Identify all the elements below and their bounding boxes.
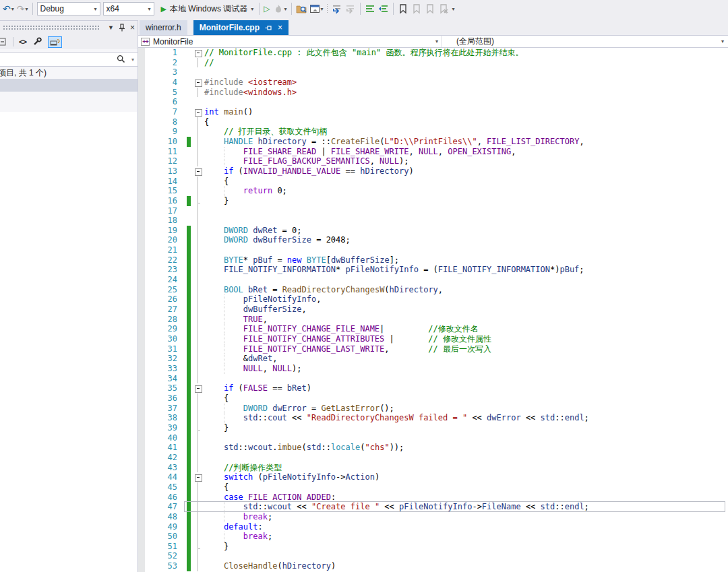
code-line[interactable]: 53 CloseHandle(hDirectory) (138, 561, 728, 571)
code-line[interactable]: 21 (138, 245, 728, 255)
code-text[interactable]: if (FALSE == bRet) (203, 383, 728, 393)
code-text[interactable]: // 打开目录、获取文件句柄 (203, 127, 728, 137)
chevron-down-icon[interactable]: ▾ (25, 6, 28, 12)
start-debugging-button[interactable]: ▶本地 Windows 调试器▾ (158, 2, 257, 15)
code-text[interactable]: } (203, 423, 728, 433)
collapse-all-button[interactable] (0, 36, 7, 47)
code-text[interactable] (203, 97, 728, 107)
window-position-button[interactable]: ▼ (108, 24, 114, 31)
breakpoint-margin[interactable] (138, 472, 145, 482)
code-text[interactable] (203, 67, 728, 77)
breakpoint-margin[interactable] (138, 156, 145, 166)
code-text[interactable]: //判断操作类型 (203, 463, 728, 473)
code-text[interactable]: case FILE_ACTION_ADDED: (203, 492, 728, 503)
code-line[interactable]: 34 (138, 374, 728, 384)
code-text[interactable]: &dwRet, (203, 354, 728, 364)
code-text[interactable]: BOOL bRet = ReadDirectoryChangesW(hDirec… (203, 285, 728, 295)
code-text[interactable]: std::cout << "ReadDirectoryChangesW fail… (203, 413, 728, 423)
redo-button[interactable]: ↷▾ (16, 2, 30, 15)
code-text[interactable]: break; (203, 512, 728, 522)
code-line[interactable]: 9 // 打开目录、获取文件句柄 (138, 127, 728, 137)
code-line[interactable]: 14 { (138, 177, 728, 187)
breakpoint-margin[interactable] (138, 324, 145, 334)
find-in-files-button[interactable] (295, 2, 308, 15)
code-text[interactable]: dwBufferSize, (203, 305, 728, 315)
breakpoint-margin[interactable] (138, 492, 145, 503)
code-line[interactable]: 20 DWORD dwBufferSize = 2048; (138, 235, 728, 245)
code-text[interactable]: FILE_NOTIFY_CHANGE_FILE_NAME| //修改文件名 (203, 324, 728, 334)
code-line[interactable]: 47 std::wcout << "Create file " << pFile… (138, 502, 728, 512)
breakpoint-margin[interactable] (138, 413, 145, 423)
code-line[interactable]: 41 std::wcout.imbue(std::locale("chs")); (138, 443, 728, 453)
comment-lines-button[interactable] (363, 2, 377, 15)
code-text[interactable]: FILE_NOTIFY_CHANGE_LAST_WRITE, // 最后一次写入 (203, 344, 728, 354)
chevron-down-icon[interactable]: ▾ (131, 57, 134, 63)
code-line[interactable]: 40 (138, 433, 728, 443)
types-dropdown[interactable]: ++ MonitorFile ▾ (138, 36, 442, 47)
code-line[interactable]: 16 } (138, 196, 728, 206)
code-area[interactable]: 1// MonitorFile.cpp : 此文件包含 "main" 函数。程序… (138, 48, 728, 572)
code-line[interactable]: 13 if (INVALID_HANDLE_VALUE == hDirector… (138, 166, 728, 177)
breakpoint-margin[interactable] (138, 177, 145, 187)
breakpoint-margin[interactable] (138, 235, 145, 245)
code-line[interactable]: 10 HANDLE hDirectory = ::CreateFile(L"D:… (138, 137, 728, 147)
breakpoint-margin[interactable] (138, 315, 145, 325)
breakpoint-margin[interactable] (138, 383, 145, 393)
breakpoint-margin[interactable] (138, 463, 145, 473)
breakpoint-margin[interactable] (138, 542, 145, 552)
view-code-button[interactable]: <> (19, 38, 26, 46)
code-text[interactable]: FILE_NOTIFY_INFORMATION* pFileNotifyInfo… (203, 265, 728, 275)
code-text[interactable]: NULL, NULL); (203, 364, 728, 374)
code-text[interactable]: HANDLE hDirectory = ::CreateFile(L"D:\\P… (203, 137, 728, 147)
code-line[interactable]: 36 { (138, 393, 728, 404)
code-text[interactable] (203, 433, 728, 443)
code-line[interactable]: 45 { (138, 482, 728, 492)
breakpoint-margin[interactable] (138, 196, 145, 206)
breakpoint-margin[interactable] (138, 305, 145, 315)
code-line[interactable]: 12 FILE_FLAG_BACKUP_SEMANTICS, NULL); (138, 156, 728, 166)
start-without-debugging-button[interactable]: ▷ (262, 2, 271, 15)
code-text[interactable] (203, 206, 728, 216)
breakpoint-margin[interactable] (138, 433, 145, 443)
next-bookmark-button[interactable] (423, 2, 437, 15)
code-line[interactable]: 3 (138, 67, 728, 77)
breakpoint-margin[interactable] (138, 275, 145, 285)
code-text[interactable]: pFileNotifyInfo, (203, 294, 728, 305)
code-line[interactable]: 43 //判断操作类型 (138, 463, 728, 473)
breakpoint-margin[interactable] (138, 216, 145, 226)
code-text[interactable]: switch (pFileNotifyInfo->Action) (203, 472, 728, 482)
uncomment-lines-button[interactable] (377, 2, 390, 15)
breakpoint-margin[interactable] (138, 443, 145, 453)
solution-tree-body[interactable] (0, 112, 137, 572)
code-line[interactable]: 7int main() (138, 107, 728, 117)
navigate-forward-button[interactable] (344, 2, 357, 15)
code-text[interactable] (203, 245, 728, 255)
code-line[interactable]: 1// MonitorFile.cpp : 此文件包含 "main" 函数。程序… (138, 48, 728, 58)
breakpoint-margin[interactable] (138, 147, 145, 157)
fold-toggle-icon[interactable] (192, 166, 203, 177)
previous-bookmark-button[interactable] (410, 2, 423, 15)
breakpoint-margin[interactable] (138, 77, 145, 88)
code-line[interactable]: 35 if (FALSE == bRet) (138, 383, 728, 393)
breakpoint-margin[interactable] (138, 137, 145, 147)
code-text[interactable] (203, 374, 728, 384)
auto-hide-pin-button[interactable] (119, 24, 125, 32)
code-line[interactable]: 50 break; (138, 532, 728, 542)
solution-search-box[interactable]: ▾ (0, 52, 138, 67)
code-line[interactable]: 39 } (138, 423, 728, 433)
code-line[interactable]: 31 FILE_NOTIFY_CHANGE_LAST_WRITE, // 最后一… (138, 344, 728, 354)
code-text[interactable]: // MonitorFile.cpp : 此文件包含 "main" 函数。程序执… (203, 48, 728, 58)
code-text[interactable]: // (203, 58, 728, 68)
code-line[interactable]: 29 FILE_NOTIFY_CHANGE_FILE_NAME| //修改文件名 (138, 324, 728, 334)
breakpoint-margin[interactable] (138, 522, 145, 532)
breakpoint-margin[interactable] (138, 512, 145, 522)
breakpoint-margin[interactable] (138, 482, 145, 492)
breakpoint-margin[interactable] (138, 404, 145, 414)
preview-selected-items-button[interactable] (48, 36, 62, 48)
fold-toggle-icon[interactable] (192, 472, 203, 482)
fold-toggle-icon[interactable] (192, 77, 203, 88)
pane-drag-grip-icon[interactable] (3, 25, 99, 31)
undo-button[interactable]: ↶▾ (1, 2, 16, 15)
close-tab-button[interactable]: × (278, 24, 282, 32)
code-text[interactable] (203, 453, 728, 463)
